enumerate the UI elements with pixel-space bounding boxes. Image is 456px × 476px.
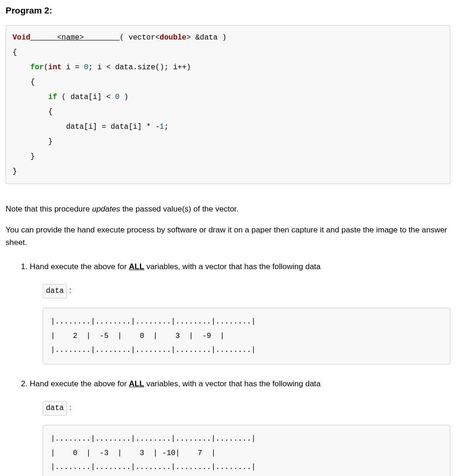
blank-prefix: ______ bbox=[30, 33, 57, 42]
table1-border-bottom: |........|........|........|........|...… bbox=[51, 346, 256, 354]
close-brace: } bbox=[13, 167, 17, 176]
if-prefix: ( data[i] < bbox=[57, 93, 115, 101]
open-brace-3: { bbox=[13, 108, 52, 116]
blank-suffix: ________ bbox=[84, 33, 120, 42]
data-table-2: |........|........|........|........|...… bbox=[43, 425, 450, 476]
code-block: Void______<name>________( vector<double>… bbox=[6, 25, 450, 184]
data-colon-1: : bbox=[67, 286, 71, 295]
open-brace: { bbox=[13, 48, 17, 57]
sig-suffix: > &data ) bbox=[186, 33, 226, 42]
question-2: Hand execute the above for ALL variables… bbox=[30, 377, 450, 476]
table1-border-top: |........|........|........|........|...… bbox=[51, 317, 256, 326]
table2-border-bottom: |........|........|........|........|...… bbox=[51, 463, 256, 471]
body-prefix: data[i] = data[i] * - bbox=[13, 123, 160, 131]
num-zero-1: 0 bbox=[84, 63, 89, 72]
for-mid: i = bbox=[62, 63, 84, 72]
kw-int: int bbox=[48, 63, 62, 72]
name-placeholder: <name> bbox=[57, 33, 84, 42]
q2-prefix: Hand execute the above for bbox=[30, 379, 129, 388]
question-1: Hand execute the above for ALL variables… bbox=[30, 260, 450, 364]
all-label-1: ALL bbox=[129, 262, 144, 271]
note-prefix: Note that this procedure bbox=[6, 205, 92, 213]
program-heading: Program 2: bbox=[6, 6, 450, 16]
note-italic: updates bbox=[92, 205, 120, 213]
instructions-paragraph: You can provide the hand execute process… bbox=[6, 224, 450, 249]
question-list: Hand execute the above for ALL variables… bbox=[6, 260, 450, 476]
q2-suffix: variables, with a vector that has the fo… bbox=[144, 379, 321, 388]
num-zero-2: 0 bbox=[115, 93, 120, 101]
sig-prefix: ( vector< bbox=[119, 33, 159, 42]
kw-if: if bbox=[48, 93, 57, 101]
if-suffix: ) bbox=[119, 93, 128, 101]
note-paragraph: Note that this procedure updates the pas… bbox=[6, 203, 450, 215]
table1-row: | 2 | -5 | 0 | 3 | -9 | bbox=[51, 332, 224, 340]
for-rest: ; i < data.size(); i++) bbox=[88, 63, 191, 72]
data-table-1: |........|........|........|........|...… bbox=[43, 308, 450, 364]
for-paren: ( bbox=[44, 63, 48, 72]
data-label-1: data bbox=[43, 284, 67, 299]
q1-prefix: Hand execute the above for bbox=[30, 262, 129, 271]
body-suffix: ; bbox=[164, 123, 169, 131]
table2-row: | 0 | -3 | 3 | -10| 7 | bbox=[51, 449, 215, 457]
note-suffix: the passed value(s) of the vector. bbox=[120, 205, 239, 213]
data-colon-2: : bbox=[67, 403, 71, 412]
kw-void: Void bbox=[13, 33, 30, 42]
kw-double: double bbox=[160, 33, 187, 42]
open-brace-2: { bbox=[13, 78, 35, 86]
close-brace-2: } bbox=[13, 152, 35, 161]
data-label-2: data bbox=[43, 401, 67, 416]
close-brace-3: } bbox=[13, 138, 52, 146]
kw-for: for bbox=[30, 63, 44, 72]
q1-suffix: variables, with a vector that has the fo… bbox=[144, 262, 321, 271]
table2-border-top: |........|........|........|........|...… bbox=[51, 435, 256, 443]
all-label-2: ALL bbox=[129, 379, 144, 388]
